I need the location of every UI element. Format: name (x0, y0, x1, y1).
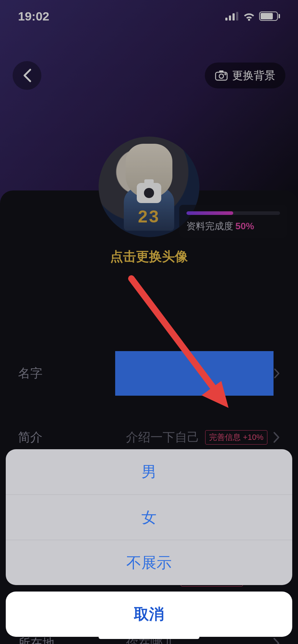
profile-completion: 资料完成度50% (179, 205, 287, 238)
svg-rect-1 (229, 15, 231, 20)
svg-rect-2 (232, 13, 235, 20)
cellular-icon (225, 12, 239, 20)
action-sheet: 男 女 不展示 取消 (6, 449, 292, 637)
sheet-cancel[interactable]: 取消 (6, 592, 292, 637)
sheet-option-male[interactable]: 男 (6, 449, 292, 494)
row-name[interactable]: 名字 (0, 341, 298, 405)
row-bio-placeholder: 介绍一下自己 (126, 429, 199, 446)
row-bio-label: 简介 (18, 429, 126, 446)
svg-rect-0 (225, 18, 227, 20)
change-background-label: 更换背景 (232, 68, 275, 83)
home-indicator[interactable] (99, 635, 199, 639)
chevron-right-icon (273, 431, 280, 443)
avatar-jersey-number: 23 (138, 207, 160, 226)
wifi-icon (243, 12, 256, 21)
change-background-button[interactable]: 更换背景 (205, 63, 285, 88)
svg-rect-3 (236, 12, 238, 20)
sheet-options: 男 女 不展示 (6, 449, 292, 585)
completion-text: 资料完成度50% (186, 220, 280, 233)
battery-indicator: 77 (259, 12, 280, 21)
svg-point-6 (219, 74, 224, 78)
avatar-section: 23 点击更换头像 (99, 137, 199, 266)
avatar-label[interactable]: 点击更换头像 (99, 248, 199, 266)
camera-overlay-icon (137, 183, 161, 203)
sheet-option-female[interactable]: 女 (6, 494, 292, 540)
status-time: 19:02 (18, 9, 49, 23)
completion-bar (186, 211, 280, 215)
battery-text: 77 (260, 12, 277, 21)
header: 更换背景 (0, 61, 298, 90)
svg-rect-5 (219, 70, 224, 73)
status-right: 77 (225, 12, 280, 21)
bio-badge: 完善信息 +10% (205, 430, 267, 445)
chevron-right-icon (273, 637, 280, 644)
back-button[interactable] (13, 61, 41, 90)
chevron-right-icon (274, 367, 280, 380)
camera-icon (215, 70, 228, 81)
row-name-label: 名字 (18, 365, 115, 382)
chevron-left-icon (22, 68, 32, 83)
status-bar: 19:02 77 (0, 0, 298, 32)
name-redacted (115, 351, 274, 396)
sheet-option-hide[interactable]: 不展示 (6, 540, 292, 585)
